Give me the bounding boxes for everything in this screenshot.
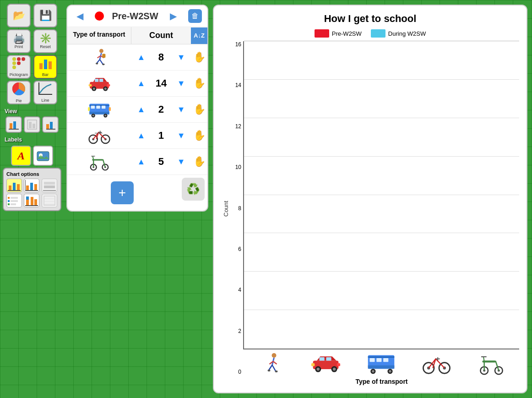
svg-rect-67 bbox=[107, 84, 110, 87]
x-icon-car bbox=[306, 352, 346, 375]
sort-az-button[interactable]: A↓Z bbox=[191, 27, 207, 44]
line-button[interactable]: Line bbox=[33, 81, 57, 104]
legend-during-color bbox=[371, 29, 385, 38]
bicycle-count-down[interactable]: ▼ bbox=[175, 129, 188, 142]
car-count-up[interactable]: ▲ bbox=[135, 77, 147, 90]
svg-line-97 bbox=[272, 365, 276, 371]
view-btn-3[interactable] bbox=[42, 116, 59, 133]
pictogram-button[interactable]: Pictogram bbox=[7, 55, 31, 79]
svg-point-75 bbox=[92, 114, 94, 116]
pictogram-icon bbox=[12, 57, 26, 71]
svg-rect-18 bbox=[46, 124, 49, 129]
scooter-count-up[interactable]: ▲ bbox=[135, 155, 147, 168]
y-tick-14: 14 bbox=[230, 82, 241, 88]
delete-button[interactable]: 🗑 bbox=[188, 9, 202, 23]
y-axis-label: Count bbox=[221, 41, 230, 376]
svg-rect-16 bbox=[29, 122, 32, 128]
svg-rect-45 bbox=[25, 205, 38, 206]
label-image-button[interactable] bbox=[33, 146, 53, 166]
car-count-down[interactable]: ▼ bbox=[175, 77, 188, 90]
count-column-header: Count bbox=[131, 27, 191, 44]
view-options-row bbox=[5, 116, 59, 133]
chart-opt-1[interactable] bbox=[6, 179, 22, 192]
bus-count-value: 2 bbox=[154, 104, 168, 115]
panel-bottom-buttons: + ♻️ bbox=[67, 175, 207, 211]
bus-count-down[interactable]: ▼ bbox=[175, 103, 188, 116]
bicycle-count-controls: ▲ 1 ▼ bbox=[131, 129, 191, 142]
svg-rect-70 bbox=[91, 106, 95, 109]
add-row-button[interactable]: + bbox=[111, 181, 134, 204]
scooter-drag-handle[interactable]: ✋ bbox=[191, 153, 207, 170]
y-tick-10: 10 bbox=[230, 164, 241, 170]
x-axis-label: Type of transport bbox=[244, 378, 519, 385]
svg-rect-25 bbox=[17, 184, 20, 190]
scooter-count-controls: ▲ 5 ▼ bbox=[131, 155, 191, 168]
y-tick-12: 12 bbox=[230, 123, 241, 130]
svg-rect-57 bbox=[102, 64, 104, 65]
view-btn-2[interactable] bbox=[24, 116, 40, 133]
car-drag-handle[interactable]: ✋ bbox=[191, 75, 207, 92]
svg-rect-8 bbox=[49, 61, 52, 69]
bar-button[interactable]: Bar bbox=[33, 55, 57, 79]
bicycle-drag-handle[interactable]: ✋ bbox=[191, 127, 207, 144]
scooter-count-down[interactable]: ▼ bbox=[175, 155, 188, 168]
labels-row: A bbox=[11, 146, 53, 166]
walking-drag-handle[interactable]: ✋ bbox=[191, 49, 207, 65]
svg-rect-116 bbox=[368, 365, 395, 369]
open-button[interactable]: 📂 bbox=[7, 4, 31, 27]
chart-title: How I get to school bbox=[221, 13, 519, 25]
svg-rect-10 bbox=[38, 94, 52, 95]
svg-point-118 bbox=[372, 370, 375, 373]
x-icon-walking bbox=[250, 352, 291, 375]
print-button[interactable]: 🖨️ Print bbox=[7, 29, 31, 53]
svg-rect-20 bbox=[46, 129, 55, 130]
svg-rect-35 bbox=[8, 197, 10, 199]
reset-icon: ✳️ bbox=[39, 33, 52, 44]
table-row: ▲ 8 ▼ ✋ bbox=[67, 44, 207, 71]
walking-icon bbox=[88, 48, 111, 66]
svg-rect-21 bbox=[37, 152, 49, 161]
reset-button[interactable]: ✳️ Reset bbox=[33, 29, 57, 53]
svg-point-1 bbox=[17, 57, 21, 61]
walking-count-down[interactable]: ▼ bbox=[175, 51, 188, 64]
x-icon-bus bbox=[361, 352, 401, 375]
walking-count-up[interactable]: ▲ bbox=[135, 51, 147, 64]
y-tick-6: 6 bbox=[230, 246, 241, 252]
bus-icon bbox=[88, 100, 111, 119]
chart-opt-6[interactable] bbox=[42, 194, 57, 207]
data-panel: ◀ Pre-W2SW ▶ 🗑 Type of transport Count A… bbox=[66, 5, 208, 212]
bus-count-up[interactable]: ▲ bbox=[135, 103, 147, 116]
y-tick-2: 2 bbox=[230, 328, 241, 334]
pie-button[interactable]: Pie bbox=[7, 81, 31, 104]
svg-line-99 bbox=[273, 361, 277, 364]
bicycle-count-up[interactable]: ▲ bbox=[135, 129, 147, 142]
recycle-button[interactable]: ♻️ bbox=[182, 178, 205, 201]
transport-walking-cell bbox=[67, 46, 131, 68]
save-button[interactable]: 💾 bbox=[33, 4, 57, 27]
transport-scooter-cell bbox=[67, 151, 131, 173]
bus-drag-handle[interactable]: ✋ bbox=[191, 101, 207, 118]
panel-title: Pre-W2SW bbox=[112, 11, 158, 22]
svg-rect-17 bbox=[33, 124, 35, 128]
svg-rect-11 bbox=[38, 82, 39, 95]
nav-back-button[interactable]: ◀ bbox=[73, 9, 87, 23]
nav-forward-button[interactable]: ▶ bbox=[166, 9, 180, 23]
grid-and-bars bbox=[243, 41, 519, 349]
svg-point-108 bbox=[333, 368, 336, 371]
chart-opt-2[interactable] bbox=[24, 179, 39, 192]
chart-opt-4[interactable] bbox=[6, 194, 22, 207]
x-walking-icon bbox=[256, 352, 286, 375]
label-text-button[interactable]: A bbox=[11, 146, 31, 166]
svg-rect-71 bbox=[96, 106, 100, 109]
record-indicator bbox=[95, 11, 104, 21]
chart-opt-3[interactable] bbox=[42, 179, 57, 192]
line-icon bbox=[38, 82, 52, 97]
svg-rect-40 bbox=[11, 203, 16, 205]
view-btn-1[interactable] bbox=[5, 116, 22, 133]
svg-point-106 bbox=[317, 368, 320, 371]
y-axis-numbers: 0 2 4 6 8 10 12 14 16 bbox=[230, 41, 243, 376]
chart-opt-5[interactable] bbox=[24, 194, 39, 207]
svg-rect-13 bbox=[13, 121, 16, 129]
bars-column bbox=[243, 41, 519, 376]
file-tools-row: 📂 💾 bbox=[7, 4, 57, 27]
